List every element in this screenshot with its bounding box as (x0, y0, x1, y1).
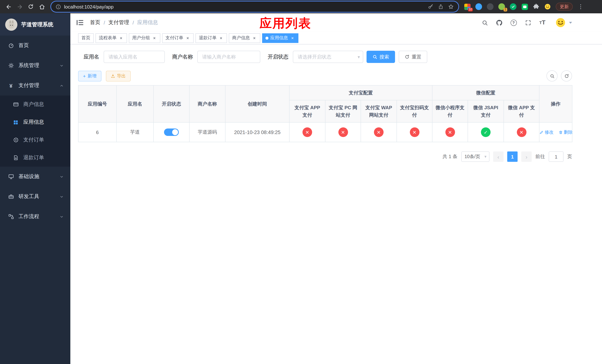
cell-app-id: 6 (78, 122, 117, 142)
col-group-alipay: 支付宝配置 (289, 85, 432, 100)
prev-page-button[interactable]: ‹ (493, 151, 504, 162)
sidebar-item-workflow[interactable]: 工作流程 (0, 207, 70, 227)
table-row: 6 芋道 芋道源码 2021-10-23 08:49:25 ✕ ✕ ✕ ✕ ✕ … (78, 122, 572, 142)
sidebar-item-refund-order[interactable]: 退款订单 (0, 149, 70, 167)
fullscreen-icon[interactable] (524, 19, 532, 27)
page-number-1[interactable]: 1 (507, 151, 517, 162)
tab-pay-order[interactable]: 支付订单 × (162, 33, 194, 43)
extension-drop-icon[interactable] (475, 3, 483, 10)
status-label: 开启状态 (268, 54, 288, 60)
sidebar-collapse-button[interactable] (76, 19, 84, 27)
address-bar[interactable]: localhost:1024/pay/app (51, 1, 458, 12)
close-icon[interactable]: × (218, 35, 224, 41)
extension-chat-icon[interactable] (521, 3, 528, 10)
search-icon (550, 74, 554, 78)
sidebar: 芋道管理系统 首页 系统管理 ¥ 支付管理 (0, 13, 70, 364)
tab-home[interactable]: 首页 (78, 33, 94, 43)
merchant-name-input[interactable] (197, 51, 260, 63)
tab-refund-order[interactable]: 退款订单 × (195, 33, 227, 43)
breadcrumb-home[interactable]: 首页 (90, 19, 100, 26)
goto-page-input[interactable] (549, 151, 563, 162)
extension-dark-icon[interactable] (486, 3, 494, 10)
reload-icon (28, 4, 34, 10)
sidebar-item-devtools[interactable]: 研发工具 (0, 187, 70, 207)
share-icon[interactable] (438, 4, 443, 10)
extension-check-icon[interactable] (509, 3, 517, 10)
user-avatar-menu[interactable] (555, 17, 572, 28)
status-select[interactable]: ▾ (293, 51, 363, 63)
browser-forward-button[interactable] (14, 1, 25, 12)
delete-link[interactable]: 删除 (559, 129, 573, 135)
status-select-input[interactable] (293, 51, 363, 63)
home-icon (39, 3, 45, 10)
browser-home-button[interactable] (36, 1, 47, 12)
close-icon[interactable]: × (290, 35, 295, 41)
breadcrumb-section[interactable]: 支付管理 (108, 19, 129, 26)
export-button[interactable]: 导出 (106, 71, 130, 81)
extension-avatar-icon[interactable]: 1 (498, 3, 505, 10)
sidebar-item-system[interactable]: 系统管理 (0, 55, 70, 75)
sidebar-item-app-info[interactable]: 应用信息 (0, 113, 70, 131)
tab-user-group[interactable]: 用户分组 × (129, 33, 160, 43)
browser-back-button[interactable] (3, 1, 14, 12)
reset-button[interactable]: 重置 (399, 51, 427, 63)
breadcrumb: 首页 / 支付管理 / 应用信息 (90, 19, 158, 26)
extension-grid-icon[interactable]: 10 (463, 3, 471, 10)
site-info-icon[interactable] (55, 4, 61, 10)
help-icon[interactable]: ? (509, 19, 517, 27)
sidebar-item-payment[interactable]: ¥ 支付管理 (0, 75, 70, 96)
browser-update-button[interactable]: 更新 (556, 3, 573, 11)
pagination-total: 共 1 条 (442, 153, 457, 160)
tab-app-info[interactable]: 应用信息 × (262, 33, 298, 43)
gear-icon (8, 62, 14, 69)
credit-card-icon (13, 101, 19, 107)
toggle-search-button[interactable] (547, 70, 558, 81)
page-size-select[interactable]: 10条/页 ▾ (461, 151, 489, 162)
status-toggle[interactable] (164, 128, 179, 136)
alipay-app-pay-status-icon: ✕ (302, 127, 312, 137)
extensions-puzzle-icon[interactable] (532, 3, 540, 10)
url-text: localhost:1024/pay/app (64, 4, 423, 10)
close-icon[interactable]: × (185, 35, 190, 41)
pagination: 共 1 条 10条/页 ▾ ‹ 1 › 前往 页 (78, 151, 572, 162)
search-button[interactable]: 搜索 (366, 51, 395, 63)
breadcrumb-separator: / (133, 20, 134, 26)
chevron-down-icon (60, 64, 64, 68)
wechat-app-pay-status-icon: ✕ (517, 127, 526, 137)
tab-merchant-info[interactable]: 商户信息 × (229, 33, 260, 43)
col-alipay-pc: 支付宝 PC 网站支付 (325, 100, 361, 122)
col-create-time: 创建时间 (225, 85, 289, 122)
cell-create-time: 2021-10-23 08:49:25 (225, 122, 289, 142)
col-status: 开启状态 (153, 85, 189, 122)
sidebar-item-pay-order[interactable]: 支付订单 (0, 131, 70, 149)
grid-icon (13, 119, 19, 125)
sidebar-item-home[interactable]: 首页 (0, 36, 70, 55)
close-icon[interactable]: × (152, 35, 157, 41)
tab-process-form[interactable]: 流程表单 × (96, 33, 127, 43)
col-merchant: 商户名称 (189, 85, 225, 122)
password-key-icon[interactable] (428, 4, 434, 10)
header-search-icon[interactable] (481, 19, 489, 27)
close-icon[interactable]: × (118, 35, 124, 41)
add-button[interactable]: + 新增 (78, 71, 101, 81)
app-name-input[interactable] (104, 51, 165, 63)
sidebar-item-infra[interactable]: 基础设施 (0, 167, 70, 187)
bookmark-star-icon[interactable] (448, 4, 454, 10)
extension-emoji-icon[interactable] (544, 3, 551, 10)
refresh-table-button[interactable] (561, 70, 572, 81)
browser-reload-button[interactable] (25, 1, 36, 12)
github-icon[interactable] (495, 19, 503, 27)
browser-menu-icon[interactable]: ⋮ (576, 3, 585, 10)
close-icon[interactable]: × (252, 35, 257, 41)
monitor-icon (8, 173, 14, 180)
plus-icon: + (83, 73, 86, 79)
goto-label: 前往 (535, 153, 545, 160)
font-size-icon[interactable]: TT (538, 19, 547, 27)
sidebar-item-merchant-info[interactable]: 商户信息 (0, 96, 70, 113)
col-wx-mini: 微信小程序支付 (432, 100, 468, 122)
chevron-down-icon (60, 214, 64, 219)
next-page-button[interactable]: › (521, 151, 532, 162)
cell-merchant: 芋道源码 (189, 122, 225, 142)
app-table: 应用编号 应用名 开启状态 商户名称 创建时间 支付宝配置 微信配置 操作 支付… (78, 85, 572, 142)
edit-link[interactable]: 修改 (539, 129, 553, 135)
